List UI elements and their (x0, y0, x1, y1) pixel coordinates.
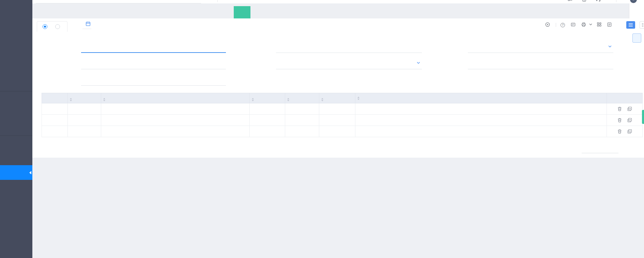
cell-remark[interactable] (285, 126, 319, 137)
tab-retail-data-center[interactable] (67, 6, 83, 18)
cell-settlement-method[interactable] (68, 126, 101, 137)
cell-payment-fee[interactable] (319, 115, 355, 126)
tab-sales-order[interactable] (134, 6, 150, 18)
cash-discount-input[interactable] (582, 146, 618, 153)
tab-transfer-order[interactable] (50, 6, 67, 18)
sidebar-item-sales-mgmt[interactable] (0, 121, 32, 135)
side-panel-handle[interactable] (642, 110, 644, 124)
tab-goods-request[interactable] (200, 6, 217, 18)
cell-customer-bears-fee[interactable] (355, 115, 607, 126)
print-button[interactable] (581, 22, 593, 28)
copy-add-row-button[interactable] (627, 118, 632, 123)
biztype-select[interactable] (468, 45, 613, 50)
sort-icon[interactable] (287, 98, 289, 101)
col-customer-bears-fee[interactable] (355, 93, 607, 103)
department-select[interactable] (276, 62, 422, 67)
tab-receipt-voucher[interactable] (234, 6, 250, 18)
sidebar-item-retail-stats[interactable] (0, 62, 32, 76)
sidebar-item-smart-store[interactable] (0, 7, 32, 18)
sidebar-item-member-center[interactable] (0, 47, 32, 62)
cell-settlement-method[interactable] (68, 115, 101, 126)
cell-receipt-amount[interactable] (250, 115, 285, 126)
remark-input[interactable] (81, 78, 226, 83)
view-toggle-list[interactable] (626, 21, 635, 29)
help-button[interactable]: ? (561, 23, 566, 27)
calendar-icon[interactable] (86, 21, 91, 28)
sidebar-item-fixed-assets[interactable] (0, 224, 32, 239)
cell-receipt-amount[interactable] (250, 103, 285, 115)
col-receipt-amount[interactable] (250, 93, 285, 103)
copy-add-row-button[interactable] (627, 106, 632, 111)
sidebar-item-wholesale-marketing[interactable] (0, 106, 32, 121)
sidebar-item-inventory-accounting[interactable] (0, 150, 32, 165)
user-menu[interactable] (630, 0, 639, 3)
cell-receipt-account[interactable] (101, 115, 250, 126)
cell-receipt-account[interactable] (101, 126, 250, 137)
summary-input[interactable] (468, 62, 613, 67)
cell-remark[interactable] (285, 115, 319, 126)
cell-remark[interactable] (285, 103, 319, 115)
sidebar-item-wholesale[interactable] (0, 91, 32, 106)
col-receipt-account[interactable] (101, 93, 250, 103)
video-button[interactable] (545, 22, 551, 28)
cell-settlement-method[interactable] (68, 103, 101, 115)
delete-row-button[interactable] (617, 118, 622, 123)
cell-customer-bears-fee[interactable] (355, 126, 607, 137)
radio-receipt[interactable] (43, 24, 49, 29)
tab-member-info[interactable] (100, 6, 117, 18)
cell-customer-bears-fee[interactable] (355, 103, 607, 115)
sidebar-item-basic-info[interactable] (0, 76, 32, 91)
cell-receipt-account[interactable] (101, 103, 250, 115)
sort-icon[interactable] (103, 98, 105, 101)
cell-receipt-amount[interactable] (250, 126, 285, 137)
account-selector[interactable] (36, 0, 201, 3)
partner-input[interactable] (81, 45, 226, 50)
messages-link[interactable] (567, 0, 574, 2)
radio-refund[interactable] (55, 24, 62, 29)
cell-payment-fee[interactable] (319, 126, 355, 137)
chevron-down-icon[interactable] (416, 60, 420, 66)
sort-icon[interactable] (70, 98, 72, 101)
chevron-down-icon[interactable] (608, 44, 612, 50)
sidebar-item-invoice-mgmt[interactable] (0, 195, 32, 209)
settings-button[interactable] (632, 33, 641, 43)
delete-row-button[interactable] (617, 129, 622, 134)
close-all-tabs-button[interactable] (629, 3, 644, 18)
online-service-link[interactable] (596, 0, 602, 3)
col-payment-fee[interactable] (319, 93, 355, 103)
tab-home[interactable] (36, 6, 50, 18)
view-toggle-form[interactable] (640, 21, 644, 29)
sidebar-item-payroll[interactable] (0, 239, 32, 253)
tab-stocktake[interactable] (217, 6, 234, 18)
store-input[interactable] (276, 45, 422, 50)
col-remark[interactable] (285, 93, 319, 103)
tab-retail-settlement-history[interactable] (117, 6, 134, 18)
delete-row-button[interactable] (617, 106, 622, 111)
keyboard-icon (571, 22, 576, 28)
sidebar-item-funds-mgmt[interactable] (0, 165, 32, 180)
operations-button[interactable] (597, 22, 603, 28)
sidebar-item-tax-mgmt[interactable] (0, 209, 32, 224)
copy-add-row-button[interactable] (627, 129, 632, 134)
tab-store-archives[interactable] (83, 6, 100, 18)
chevron-down-icon[interactable] (589, 23, 593, 27)
sort-icon[interactable] (252, 98, 254, 101)
sidebar-item-retail-mall[interactable] (0, 18, 32, 32)
sort-icon[interactable] (357, 97, 359, 100)
sidebar-item-general-ledger[interactable] (0, 180, 32, 195)
salesman-input[interactable] (81, 62, 226, 67)
tab-material-outbound[interactable] (184, 6, 200, 18)
app-download-link[interactable] (582, 0, 588, 3)
cell-payment-fee[interactable] (319, 103, 355, 115)
tab-other-inbound[interactable] (167, 6, 184, 18)
sidebar-item-purchase-mgmt[interactable] (0, 136, 32, 150)
summary-field (468, 59, 613, 69)
tab-finished-goods-inbound[interactable] (150, 6, 167, 18)
col-settlement-method[interactable] (68, 93, 101, 103)
doc-date-field[interactable] (82, 21, 91, 29)
history-docs-button[interactable] (607, 22, 613, 28)
document-icon (607, 22, 612, 28)
sidebar-item-marketing-promo[interactable] (0, 32, 32, 47)
sort-icon[interactable] (321, 98, 323, 101)
shortcut-keys-button[interactable] (571, 22, 577, 28)
